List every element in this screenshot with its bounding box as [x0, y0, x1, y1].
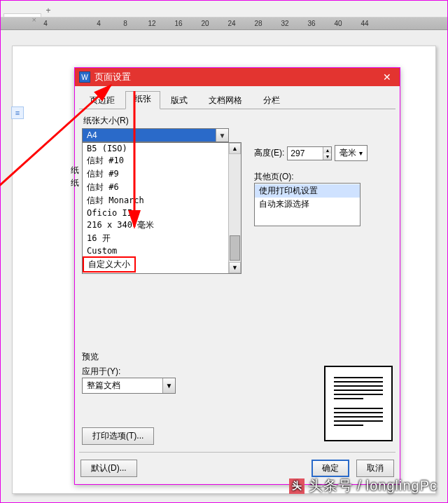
- chevron-down-icon[interactable]: ▼: [162, 378, 175, 393]
- ruler-mark: 32: [281, 20, 289, 27]
- tab-4[interactable]: 分栏: [253, 91, 290, 109]
- other-pages-item[interactable]: 使用打印机设置: [255, 184, 360, 198]
- watermark-sep: /: [357, 478, 362, 494]
- scroll-thumb[interactable]: [230, 235, 240, 261]
- dialog-titlebar[interactable]: W 页面设置 ✕: [75, 68, 400, 86]
- new-tab-button[interactable]: +: [41, 4, 55, 17]
- ruler-mark: 8: [121, 20, 130, 27]
- document-canvas: ≡ W 页面设置 ✕ 页边距纸张版式文档网格分栏 纸张大小(R): [1, 30, 447, 502]
- scroll-up-icon[interactable]: ▲: [229, 143, 241, 154]
- paper-option[interactable]: B5 (ISO): [83, 143, 228, 154]
- tab-0[interactable]: 页边距: [79, 91, 125, 109]
- document-tabstrip: × +: [1, 1, 447, 18]
- ruler-mark: 4: [41, 20, 50, 27]
- height-unit[interactable]: 毫米▾: [335, 145, 368, 161]
- paper-size-label: 纸张大小(R): [83, 115, 393, 127]
- dialog-tabs: 页边距纸张版式文档网格分栏: [79, 90, 396, 109]
- paper-option[interactable]: 信封 #10: [83, 154, 228, 167]
- other-pages-group: 其他页(O): 使用打印机设置自动来源选择: [254, 171, 368, 226]
- overlay-prefix-1: 纸: [71, 177, 79, 189]
- paper-option[interactable]: Oficio II: [83, 207, 228, 219]
- scroll-down-icon[interactable]: ▼: [229, 262, 241, 273]
- ruler-mark: 16: [174, 20, 183, 27]
- chevron-down-icon[interactable]: ▼: [216, 129, 228, 142]
- app-icon: W: [79, 71, 90, 83]
- watermark-brand: 头条号: [309, 476, 353, 495]
- watermark-logo-icon: 头: [289, 478, 304, 494]
- apply-to-value: 整篇文档: [83, 378, 162, 393]
- other-pages-item[interactable]: 自动来源选择: [255, 198, 360, 211]
- ruler-mark: 24: [227, 20, 236, 27]
- paper-option[interactable]: 216 x 340 毫米: [83, 219, 228, 232]
- watermark-name: longlingPc: [366, 478, 438, 494]
- overlay-prefix-2: 纸: [71, 165, 79, 177]
- close-icon[interactable]: ✕: [379, 71, 396, 83]
- cancel-button[interactable]: 取消: [356, 460, 394, 477]
- ruler-mark: 12: [148, 20, 156, 27]
- ok-button[interactable]: 确定: [312, 460, 349, 477]
- paper-option[interactable]: 信封 Monarch: [83, 194, 228, 207]
- app-frame: × + 448121620242832364044 ≡ W 页面设置 ✕ 页边距…: [0, 0, 448, 503]
- ruler-mark: 4: [94, 20, 103, 27]
- paper-option[interactable]: 自定义大小: [83, 256, 136, 273]
- ruler-mark: 36: [307, 20, 316, 27]
- ruler-mark: 44: [360, 20, 369, 27]
- other-pages-list[interactable]: 使用打印机设置自动来源选择: [254, 183, 360, 226]
- page-preview-thumb: [324, 366, 393, 441]
- ruler-mark: 28: [254, 20, 262, 27]
- page-setup-dialog: W 页面设置 ✕ 页边距纸张版式文档网格分栏 纸张大小(R) A4: [74, 67, 400, 485]
- defaults-button[interactable]: 默认(D)...: [80, 460, 137, 477]
- tab-3[interactable]: 文档网格: [198, 91, 253, 109]
- scrollbar[interactable]: ▲ ▼: [228, 143, 241, 273]
- paper-option[interactable]: 信封 #6: [83, 181, 228, 194]
- paper-option[interactable]: 16 开: [83, 232, 228, 245]
- height-input[interactable]: 297 ▲ ▼: [287, 146, 332, 160]
- paper-size-dropdown[interactable]: B5 (ISO)信封 #10信封 #9信封 #6信封 MonarchOficio…: [82, 142, 241, 274]
- tab-content: 纸张大小(R) A4 ▼ B5 (ISO)信封 #10信封 #9信封 #6信封 …: [79, 109, 396, 448]
- paper-size-value: A4: [83, 129, 216, 142]
- spin-down-icon[interactable]: ▼: [323, 153, 331, 160]
- dialog-footer: 默认(D)... 确定 取消: [79, 457, 396, 477]
- document-page: ≡ W 页面设置 ✕ 页边距纸张版式文档网格分栏 纸张大小(R): [12, 46, 436, 494]
- watermark: 头 头条号 / longlingPc: [289, 476, 438, 495]
- tab-1[interactable]: 纸张: [125, 91, 160, 109]
- apply-to-select[interactable]: 整篇文档 ▼: [82, 378, 176, 394]
- paper-option[interactable]: 信封 #9: [83, 167, 228, 181]
- dialog-title: 页面设置: [94, 71, 379, 83]
- spin-up-icon[interactable]: ▲: [323, 147, 331, 153]
- document-tab[interactable]: ×: [4, 13, 41, 17]
- horizontal-ruler: 448121620242832364044: [1, 18, 447, 30]
- close-tab-icon[interactable]: ×: [32, 15, 36, 24]
- ruler-mark: 20: [201, 20, 209, 27]
- ruler-mark: 40: [334, 20, 342, 27]
- paper-size-combo[interactable]: A4 ▼: [82, 128, 229, 142]
- paragraph-icon[interactable]: ≡: [11, 106, 24, 119]
- apply-to-label: 应用于(Y):: [82, 366, 176, 378]
- height-label: 高度(E):: [254, 147, 284, 159]
- paper-option[interactable]: Custom: [83, 245, 228, 256]
- height-value: 297: [288, 147, 323, 160]
- preview-label: 预览: [82, 351, 393, 363]
- other-pages-label: 其他页(O):: [254, 171, 368, 183]
- tab-2[interactable]: 版式: [160, 91, 198, 109]
- dialog-body: 页边距纸张版式文档网格分栏 纸张大小(R) A4 ▼: [75, 86, 400, 484]
- print-options-button[interactable]: 打印选项(T)...: [82, 427, 154, 445]
